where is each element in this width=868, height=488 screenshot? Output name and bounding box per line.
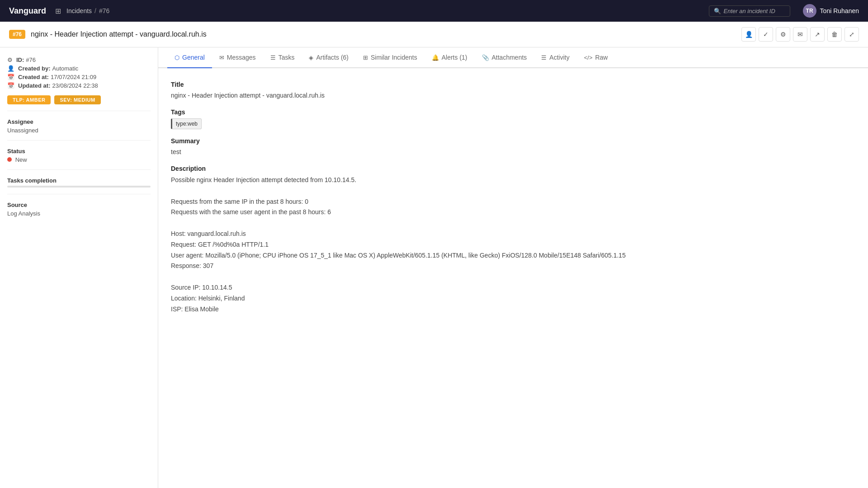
status-label: Status [7,148,151,155]
tab-artifacts-label: Artifacts (6) [316,54,349,61]
tab-general[interactable]: ⬡ General [167,47,212,68]
desc-line-8: User agent: Mozilla/5.0 (iPhone; CPU iPh… [171,250,855,261]
top-navigation: Vanguard ⊞ Incidents / #76 🔍 Enter an in… [0,0,868,22]
id-value: #76 [26,56,36,63]
raw-tab-icon: </> [584,54,593,61]
tasks-tab-icon: ☰ [270,54,276,61]
general-tab-icon: ⬡ [175,54,179,61]
search-placeholder: Enter an incident ID [724,8,775,14]
description-field-label: Description [171,165,855,172]
description-content: Possible nginx Header Injection attempt … [171,175,855,314]
desc-line-6: Host: vanguard.local.ruh.is [171,229,855,239]
source-section: Source Log Analysis [7,202,151,217]
desc-line-13: ISP: Elisa Mobile [171,304,855,315]
incident-badge: #76 [9,30,25,39]
tab-attachments-label: Attachments [492,54,527,61]
title-field: Title nginx - Header Injection attempt -… [171,81,855,100]
desc-blank-1 [171,186,855,197]
tab-messages-label: Messages [227,54,256,61]
tasks-label: Tasks completion [7,177,151,184]
desc-line-9: Response: 307 [171,261,855,272]
tasks-progress-bar-container [7,186,151,188]
tags-field-value: type:web [171,118,855,129]
tag-type-web[interactable]: type:web [171,118,202,129]
title-field-value: nginx - Header Injection attempt - vangu… [171,91,855,100]
sidebar-divider-4 [7,194,151,194]
assignee-value: Unassigned [7,127,151,134]
title-field-label: Title [171,81,855,88]
desc-blank-3 [171,272,855,282]
tags-field-label: Tags [171,108,855,116]
breadcrumb-incident-id: #76 [99,7,109,14]
breadcrumb: Incidents / #76 [66,7,109,14]
desc-line-7: Request: GET /%0d%0a HTTP/1.1 [171,239,855,250]
tab-bar: ⬡ General ✉ Messages ☰ Tasks ◈ Artifacts… [158,47,868,68]
status-dot [7,157,12,162]
summary-field-value: test [171,147,855,157]
tab-messages[interactable]: ✉ Messages [212,47,263,68]
artifacts-tab-icon: ◈ [309,54,313,61]
content-area: ⬡ General ✉ Messages ☰ Tasks ◈ Artifacts… [158,47,868,488]
desc-blank-2 [171,218,855,229]
delete-button[interactable]: 🗑 [827,27,842,42]
avatar: TR [803,4,816,18]
status-value: New [7,156,151,163]
add-user-button[interactable]: 👤 [741,27,756,42]
tab-alerts[interactable]: 🔔 Alerts (1) [425,47,475,68]
search-icon: 🔍 [714,8,721,14]
sidebar-id-field: ⚙ ID: #76 👤 Created by: Automatic 📅 Crea… [7,56,151,89]
source-value: Log Analysis [7,210,151,217]
brand-logo[interactable]: Vanguard [9,6,46,16]
share-button[interactable]: ↗ [810,27,825,42]
desc-line-1: Possible nginx Header Injection attempt … [171,175,855,186]
alerts-tab-icon: 🔔 [432,54,439,61]
tab-raw[interactable]: </> Raw [577,47,615,68]
tags-field: Tags type:web [171,108,855,129]
created-by-label: Created by: [18,65,51,72]
desc-line-11: Source IP: 10.10.14.5 [171,282,855,293]
summary-field-label: Summary [171,137,855,145]
tasks-section: Tasks completion [7,177,151,188]
sidebar-divider-1 [7,111,151,111]
assignee-label: Assignee [7,118,151,125]
user-name: Toni Ruhanen [820,7,859,14]
tab-raw-label: Raw [595,54,608,61]
approve-button[interactable]: ✓ [759,27,773,42]
created-at-value: 17/07/2024 21:09 [51,74,96,80]
tab-similar-incidents[interactable]: ⊞ Similar Incidents [356,47,425,68]
tab-activity[interactable]: ☰ Activity [534,47,576,68]
general-panel: Title nginx - Header Injection attempt -… [158,68,868,327]
user-profile[interactable]: TR Toni Ruhanen [803,4,859,18]
severity-badges: TLP: AMBER SEV: MEDIUM [7,95,151,104]
summary-field: Summary test [171,137,855,157]
incident-search[interactable]: 🔍 Enter an incident ID [709,5,790,17]
activity-tab-icon: ☰ [541,54,547,61]
incident-titlebar: #76 nginx - Header Injection attempt - v… [0,22,868,47]
tab-tasks[interactable]: ☰ Tasks [263,47,302,68]
updated-at-label: Updated at: [18,82,51,89]
severity-badge: SEV: MEDIUM [54,95,100,104]
attachments-tab-icon: 📎 [482,54,489,61]
created-by-value: Automatic [52,65,79,72]
sidebar-divider-2 [7,140,151,141]
settings-button[interactable]: ⚙ [776,27,790,42]
sidebar-divider-3 [7,169,151,170]
breadcrumb-separator: / [94,7,96,14]
description-field: Description Possible nginx Header Inject… [171,165,855,314]
status-section: Status New [7,148,151,163]
desc-line-4: Requests with the same user agent in the… [171,207,855,218]
incident-sidebar: ⚙ ID: #76 👤 Created by: Automatic 📅 Crea… [0,47,158,488]
tab-artifacts[interactable]: ◈ Artifacts (6) [302,47,356,68]
tab-activity-label: Activity [549,54,569,61]
desc-line-12: Location: Helsinki, Finland [171,293,855,304]
tab-attachments[interactable]: 📎 Attachments [475,47,534,68]
email-button[interactable]: ✉ [793,27,807,42]
created-at-label: Created at: [18,74,49,80]
expand-button[interactable]: ⤢ [844,27,859,42]
tab-similar-label: Similar Incidents [371,54,417,61]
tab-alerts-label: Alerts (1) [442,54,467,61]
tab-tasks-label: Tasks [278,54,295,61]
breadcrumb-incidents[interactable]: Incidents [66,7,92,14]
main-layout: ⚙ ID: #76 👤 Created by: Automatic 📅 Crea… [0,47,868,488]
nav-grid-icon: ⊞ [55,7,61,15]
